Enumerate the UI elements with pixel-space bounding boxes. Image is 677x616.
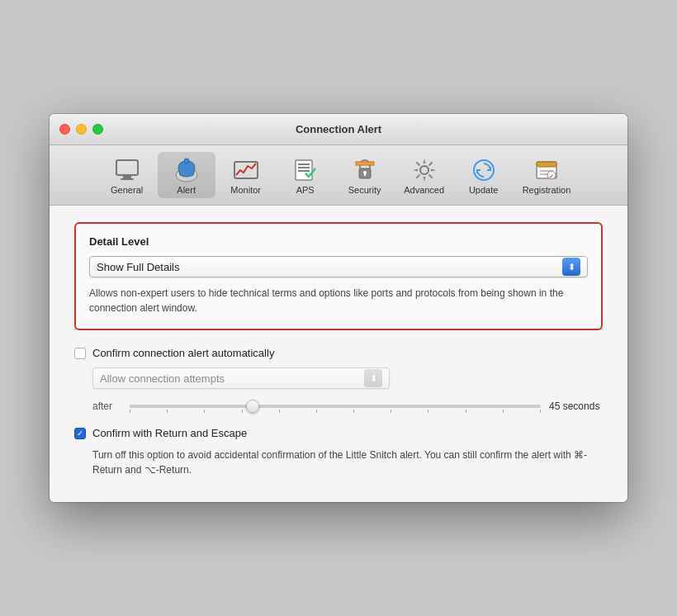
slider-track[interactable] xyxy=(130,405,541,408)
tick-4 xyxy=(242,410,243,413)
toolbar-item-advanced[interactable]: Advanced xyxy=(395,152,453,198)
svg-point-14 xyxy=(420,166,428,174)
connection-select-arrow-icon: ⬍ xyxy=(364,369,382,387)
confirm-return-description: Turn off this option to avoid accidental… xyxy=(92,448,603,477)
tick-8 xyxy=(391,410,391,413)
tick-12 xyxy=(540,410,541,413)
toolbar-label-aps: APS xyxy=(296,185,315,195)
window-title: Connection Alert xyxy=(296,123,381,135)
toolbar-item-monitor[interactable]: Monitor xyxy=(217,152,275,198)
toolbar-item-alert[interactable]: Alert xyxy=(158,152,215,198)
svg-rect-11 xyxy=(356,162,374,165)
detail-level-select-label: Show Full Details xyxy=(97,261,179,273)
tick-5 xyxy=(279,410,280,413)
svg-rect-17 xyxy=(537,162,556,167)
close-button[interactable] xyxy=(59,124,70,135)
tick-2 xyxy=(167,410,168,413)
toolbar-item-registration[interactable]: ✓ Registration xyxy=(514,152,580,198)
confirm-connection-row: Confirm connection alert automatically xyxy=(74,347,603,359)
detail-level-section: Detail Level Show Full Details ⬍ Allows … xyxy=(74,222,603,330)
tick-10 xyxy=(466,410,466,413)
registration-icon: ✓ xyxy=(532,155,561,185)
connection-action-label: Allow connection attempts xyxy=(100,372,225,385)
toolbar-item-aps[interactable]: APS xyxy=(277,152,334,198)
toolbar-label-registration: Registration xyxy=(523,185,571,195)
traffic-lights xyxy=(59,124,103,135)
toolbar: General Alert Monitor xyxy=(50,145,627,206)
toolbar-label-alert: Alert xyxy=(177,185,196,195)
slider-ticks xyxy=(130,410,541,413)
toolbar-item-update[interactable]: Update xyxy=(455,152,513,198)
confirm-return-row: ✓ Confirm with Return and Escape xyxy=(74,427,603,439)
toolbar-label-update: Update xyxy=(469,185,498,195)
tick-11 xyxy=(503,410,504,413)
maximize-button[interactable] xyxy=(92,124,103,135)
slider-row: after 45 sec xyxy=(92,400,603,412)
detail-level-select-row: Show Full Details ⬍ xyxy=(89,256,588,277)
detail-level-title: Detail Level xyxy=(89,235,588,248)
toolbar-item-security[interactable]: Security xyxy=(336,152,394,198)
alert-icon xyxy=(172,155,201,185)
svg-rect-13 xyxy=(364,173,366,176)
confirm-connection-label: Confirm connection alert automatically xyxy=(92,347,274,359)
detail-level-select[interactable]: Show Full Details ⬍ xyxy=(89,256,588,277)
aps-icon xyxy=(291,155,320,185)
content-area: Detail Level Show Full Details ⬍ Allows … xyxy=(50,206,627,502)
svg-rect-2 xyxy=(121,178,134,180)
window: Connection Alert General Alert xyxy=(50,114,627,502)
tick-9 xyxy=(428,410,428,413)
svg-text:✓: ✓ xyxy=(549,173,554,179)
tick-6 xyxy=(316,410,317,413)
update-icon xyxy=(469,155,499,185)
toolbar-label-general: General xyxy=(111,185,143,195)
svg-point-4 xyxy=(184,159,189,163)
tick-3 xyxy=(204,410,205,413)
advanced-icon xyxy=(410,155,439,185)
titlebar: Connection Alert xyxy=(50,114,627,145)
tick-1 xyxy=(130,410,130,413)
minimize-button[interactable] xyxy=(76,124,87,135)
svg-rect-1 xyxy=(123,175,131,178)
toolbar-label-security: Security xyxy=(348,185,381,195)
confirm-connection-checkbox[interactable] xyxy=(74,348,86,359)
detail-level-description: Allows non-expert users to hide technica… xyxy=(89,286,588,315)
toolbar-label-advanced: Advanced xyxy=(404,185,444,195)
confirm-return-section: ✓ Confirm with Return and Escape Turn of… xyxy=(74,427,603,477)
slider-before-label: after xyxy=(92,400,121,412)
general-icon xyxy=(112,155,142,185)
toolbar-item-general[interactable]: General xyxy=(98,152,156,198)
security-icon xyxy=(350,155,380,185)
confirm-return-checkbox[interactable]: ✓ xyxy=(74,428,86,439)
confirm-connection-sub: Allow connection attempts ⬍ xyxy=(92,367,603,389)
svg-rect-0 xyxy=(116,160,138,175)
toolbar-label-monitor: Monitor xyxy=(230,185,261,195)
select-arrow-icon: ⬍ xyxy=(562,258,580,276)
confirm-return-label: Confirm with Return and Escape xyxy=(92,427,247,439)
slider-value-label: 45 seconds xyxy=(549,400,603,412)
tick-7 xyxy=(353,410,354,413)
connection-action-select[interactable]: Allow connection attempts ⬍ xyxy=(92,367,390,389)
monitor-icon xyxy=(231,155,261,185)
